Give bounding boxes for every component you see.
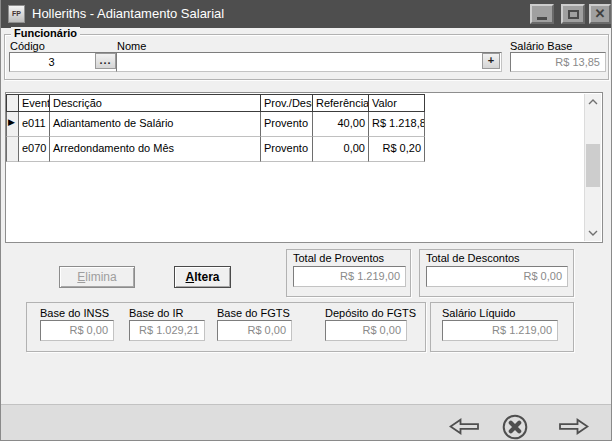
codigo-browse-button[interactable]: ... (95, 53, 116, 69)
minimize-icon (537, 17, 547, 20)
salario-liquido-panel: Salário Líquido R$ 1.219,00 (430, 302, 574, 352)
app-icon: FP (8, 5, 25, 23)
salario-liquido-label: Salário Líquido (442, 307, 515, 319)
elimina-button[interactable]: Elimina (59, 266, 135, 288)
column-header-referencia[interactable]: Referência (313, 95, 369, 111)
grid-vertical-scrollbar[interactable] (584, 94, 601, 241)
titlebar[interactable]: FP Holleriths - Adiantamento Salarial ✕ (1, 0, 612, 28)
current-row-marker: ▶ (6, 112, 19, 137)
total-descontos-panel: Total de Descontos R$ 0,00 (419, 249, 574, 297)
close-icon: ✕ (595, 7, 606, 21)
app-window: FP Holleriths - Adiantamento Salarial ✕ … (0, 0, 612, 441)
grid-header[interactable]: Evento Descrição Prov./Desc. Referência … (6, 94, 425, 112)
base-ir-label: Base do IR (129, 307, 183, 319)
deposito-fgts-field: R$ 0,00 (325, 320, 407, 341)
total-proventos-panel: Total de Proventos R$ 1.219,00 (286, 249, 411, 297)
cell-descricao[interactable]: Adiantamento de Salário (50, 112, 261, 137)
altera-button[interactable]: Altera (174, 266, 231, 288)
cell-valor[interactable]: R$ 1.218,80 (369, 112, 425, 137)
column-header-prov-desc[interactable]: Prov./Desc. (261, 95, 313, 111)
scroll-down-arrow-icon[interactable] (585, 225, 601, 241)
close-button[interactable]: ✕ (589, 4, 611, 24)
cancel-icon[interactable] (502, 414, 528, 440)
window-title: Holleriths - Adiantamento Salarial (32, 0, 224, 28)
base-inss-label: Base do INSS (40, 307, 109, 319)
next-record-icon[interactable] (559, 418, 589, 435)
column-header-valor[interactable]: Valor (369, 95, 425, 111)
salario-base-field: R$ 13,85 (510, 52, 606, 72)
cell-valor[interactable]: R$ 0,20 (369, 137, 425, 162)
salario-liquido-field: R$ 1.219,00 (442, 320, 558, 341)
maximize-icon (568, 10, 579, 19)
cell-descricao[interactable]: Arredondamento do Mês (50, 137, 261, 162)
funcionario-group-label: Funcionário (11, 27, 80, 39)
column-header-descricao[interactable]: Descrição (50, 95, 261, 111)
cell-evento[interactable]: e011 (19, 112, 50, 137)
previous-record-icon[interactable] (449, 418, 479, 435)
base-inss-field: R$ 0,00 (40, 320, 114, 341)
codigo-label: Código (10, 40, 45, 52)
nome-add-button[interactable]: + (482, 53, 500, 69)
nome-label: Nome (117, 40, 146, 52)
total-descontos-field: R$ 0,00 (426, 266, 568, 287)
nome-input[interactable] (116, 52, 502, 72)
base-ir-field: R$ 1.029,21 (129, 320, 205, 341)
base-fgts-label: Base do FGTS (217, 307, 290, 319)
column-header-evento[interactable]: Evento (19, 95, 50, 111)
cell-prov-desc[interactable]: Provento (261, 137, 313, 162)
cell-evento[interactable]: e070 (19, 137, 50, 162)
scroll-up-arrow-icon[interactable] (585, 94, 601, 110)
bottom-bar (1, 404, 612, 441)
grid-body: ▶ e011 Adiantamento de Salário Provento … (6, 112, 602, 162)
maximize-button[interactable] (561, 4, 585, 24)
scrollbar-thumb[interactable] (586, 144, 600, 187)
funcionario-groupbox: Funcionário Código ... Nome + Salário Ba… (4, 34, 609, 80)
deposito-fgts-label: Depósito do FGTS (325, 307, 416, 319)
total-proventos-label: Total de Proventos (293, 252, 384, 264)
total-descontos-label: Total de Descontos (426, 252, 520, 264)
indicator-column-header (6, 95, 19, 111)
table-row[interactable]: e070 Arredondamento do Mês Provento 0,00… (6, 137, 425, 162)
cell-referencia[interactable]: 40,00 (313, 112, 369, 137)
cell-referencia[interactable]: 0,00 (313, 137, 369, 162)
table-row[interactable]: ▶ e011 Adiantamento de Salário Provento … (6, 112, 425, 137)
salario-base-label: Salário Base (510, 40, 572, 52)
total-proventos-field: R$ 1.219,00 (293, 266, 406, 287)
events-grid[interactable]: Evento Descrição Prov./Desc. Referência … (5, 92, 603, 243)
base-fgts-field: R$ 0,00 (217, 320, 292, 341)
bases-panel: Base do INSS R$ 0,00 Base do IR R$ 1.029… (26, 302, 426, 352)
cell-prov-desc[interactable]: Provento (261, 112, 313, 137)
current-row-marker (6, 137, 19, 162)
minimize-button[interactable] (530, 4, 554, 24)
